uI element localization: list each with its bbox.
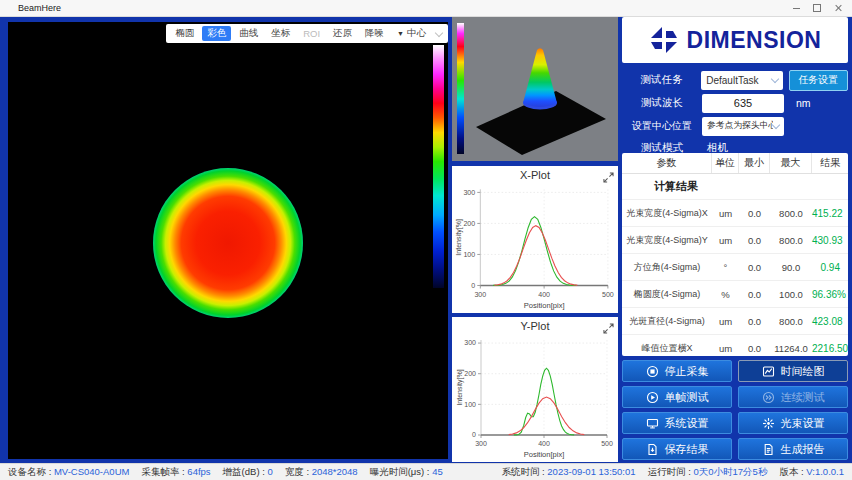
svg-text:500: 500 bbox=[601, 440, 613, 447]
app-title: BeamHere bbox=[18, 3, 61, 13]
svg-text:300: 300 bbox=[463, 189, 475, 197]
unit-cell: % bbox=[712, 289, 739, 300]
unit-cell: ° bbox=[712, 262, 739, 273]
beam-settings-button[interactable]: 光束设置 bbox=[738, 412, 848, 434]
chevron-down-icon bbox=[772, 121, 780, 129]
brand-panel: DIMENSION bbox=[622, 17, 848, 63]
status-exposure: 曝光时间(μs) : 45 bbox=[370, 466, 443, 479]
minimize-icon bbox=[793, 8, 800, 9]
caret-down-icon: ▼ bbox=[397, 30, 404, 37]
svg-text:Position[pix]: Position[pix] bbox=[524, 450, 564, 459]
svg-text:400: 400 bbox=[538, 291, 550, 299]
center-position-row: 设置中心位置 参考点为探头中心 bbox=[622, 116, 848, 136]
brand-logo-icon bbox=[649, 25, 679, 55]
toolbar-button-ellipse[interactable]: 椭圆 bbox=[170, 26, 199, 41]
max-cell: 800.0 bbox=[770, 235, 812, 246]
xplot-canvas: 0100200300300400500Intensity[%]Position[… bbox=[454, 183, 616, 310]
unit-cell: um bbox=[712, 316, 739, 327]
task-settings-button[interactable]: 任务设置 bbox=[789, 70, 848, 91]
task-select[interactable]: DefaultTask bbox=[701, 71, 782, 90]
stop-capture-button[interactable]: 停止采集 bbox=[622, 360, 732, 382]
svg-text:100: 100 bbox=[463, 251, 475, 259]
table-row: 光束宽度(4-Sigma)X um 0.0 800.0 415.22 bbox=[622, 199, 848, 226]
results-group-title: 计算结果 bbox=[622, 174, 848, 199]
status-version: 版本 : V:1.0.0.1 bbox=[779, 466, 844, 479]
toolbar-button-center[interactable]: ▼ 中心 bbox=[392, 26, 431, 41]
monitor-icon bbox=[646, 417, 659, 430]
brand-name: DIMENSION bbox=[687, 27, 822, 54]
min-cell: 0.0 bbox=[739, 289, 770, 300]
status-system-time: 系统时间 : 2023-09-01 13:50:01 bbox=[501, 466, 635, 479]
max-cell: 800.0 bbox=[770, 208, 812, 219]
min-cell: 0.0 bbox=[739, 316, 770, 327]
status-framerate: 采集帧率 : 64fps bbox=[141, 466, 210, 479]
task-label: 测试任务 bbox=[622, 73, 701, 87]
header-unit: 单位 bbox=[712, 153, 739, 173]
chart-line-icon bbox=[762, 365, 775, 378]
maximize-icon bbox=[813, 4, 821, 12]
report-doc-icon bbox=[762, 443, 775, 456]
table-row: 光束宽度(4-Sigma)Y um 0.0 800.0 430.93 bbox=[622, 226, 848, 253]
svg-text:500: 500 bbox=[602, 291, 614, 299]
svg-text:0: 0 bbox=[471, 282, 475, 290]
svg-text:400: 400 bbox=[538, 440, 550, 447]
svg-text:200: 200 bbox=[464, 370, 476, 377]
beam-rays-icon bbox=[762, 417, 775, 430]
svg-text:300: 300 bbox=[475, 440, 487, 447]
close-button[interactable] bbox=[832, 3, 844, 13]
result-cell: 423.08 bbox=[812, 316, 848, 327]
wavelength-row: 测试波长 nm bbox=[622, 93, 848, 113]
wavelength-input[interactable] bbox=[702, 94, 784, 113]
single-frame-test-button[interactable]: 单帧测试 bbox=[622, 386, 732, 408]
chevron-down-icon bbox=[770, 75, 778, 83]
status-device: 设备名称 : MV-CS040-A0UM bbox=[8, 466, 129, 479]
unit-cell: um bbox=[712, 343, 739, 354]
svg-text:Intensity[%]: Intensity[%] bbox=[455, 219, 463, 256]
xplot-panel: X-Plot 0100200300300400500Intensity[%]Po… bbox=[452, 166, 618, 313]
generate-report-button[interactable]: 生成报告 bbox=[738, 438, 848, 460]
save-file-icon bbox=[646, 443, 659, 456]
result-cell: 0.94 bbox=[812, 262, 848, 273]
surface-colorbar bbox=[457, 23, 464, 154]
param-cell: 光斑直径(4-Sigma) bbox=[622, 315, 712, 328]
max-cell: 11264.0 bbox=[770, 343, 812, 354]
time-plot-button[interactable]: 时间绘图 bbox=[738, 360, 848, 382]
status-bar: 设备名称 : MV-CS040-A0UM 采集帧率 : 64fps 增益(dB)… bbox=[0, 463, 852, 480]
svg-text:300: 300 bbox=[474, 291, 486, 299]
wavelength-unit: nm bbox=[796, 97, 811, 109]
toolbar-button-roi[interactable]: ROI bbox=[298, 27, 325, 40]
beam-spot-image bbox=[153, 168, 303, 318]
svg-text:300: 300 bbox=[464, 339, 476, 346]
toolbar-button-restore[interactable]: 还原 bbox=[328, 26, 357, 41]
xplot-title: X-Plot bbox=[452, 169, 618, 181]
maximize-button[interactable] bbox=[811, 3, 823, 13]
center-position-select[interactable]: 参考点为探头中心 bbox=[702, 117, 784, 136]
result-cell: 96.36% bbox=[812, 289, 848, 300]
window-titlebar: BeamHere bbox=[0, 0, 852, 17]
surface-3d-plot bbox=[452, 17, 618, 161]
header-max: 最大 bbox=[770, 153, 812, 173]
toolbar-button-curve[interactable]: 曲线 bbox=[234, 26, 263, 41]
toolbar-button-denoise[interactable]: 降噪 bbox=[360, 26, 389, 41]
table-row: 方位角(4-Sigma) ° 0.0 90.0 0.94 bbox=[622, 253, 848, 280]
yplot-title: Y-Plot bbox=[452, 320, 618, 332]
param-cell: 峰值位置横X bbox=[622, 342, 712, 355]
table-row: 光斑直径(4-Sigma) um 0.0 800.0 423.08 bbox=[622, 307, 848, 334]
close-icon bbox=[834, 4, 842, 12]
stop-circle-icon bbox=[646, 365, 659, 378]
toolbar-button-color[interactable]: 彩色 bbox=[202, 26, 231, 41]
toolbar-button-coords[interactable]: 坐标 bbox=[266, 26, 295, 41]
svg-text:200: 200 bbox=[463, 220, 475, 228]
header-min: 最小 bbox=[739, 153, 770, 173]
save-results-button[interactable]: 保存结果 bbox=[622, 438, 732, 460]
minimize-button[interactable] bbox=[790, 3, 802, 13]
result-cell: 430.93 bbox=[812, 235, 848, 246]
unit-cell: um bbox=[712, 208, 739, 219]
system-settings-button[interactable]: 系统设置 bbox=[622, 412, 732, 434]
yplot-canvas: 0100200300300400500Intensity[%]Position[… bbox=[454, 334, 616, 459]
chevron-down-icon[interactable] bbox=[435, 28, 443, 36]
continuous-test-button[interactable]: 连续测试 bbox=[738, 386, 848, 408]
header-param: 参数 bbox=[622, 153, 712, 173]
status-gain: 增益(dB) : 0 bbox=[223, 466, 273, 479]
min-cell: 0.0 bbox=[739, 235, 770, 246]
